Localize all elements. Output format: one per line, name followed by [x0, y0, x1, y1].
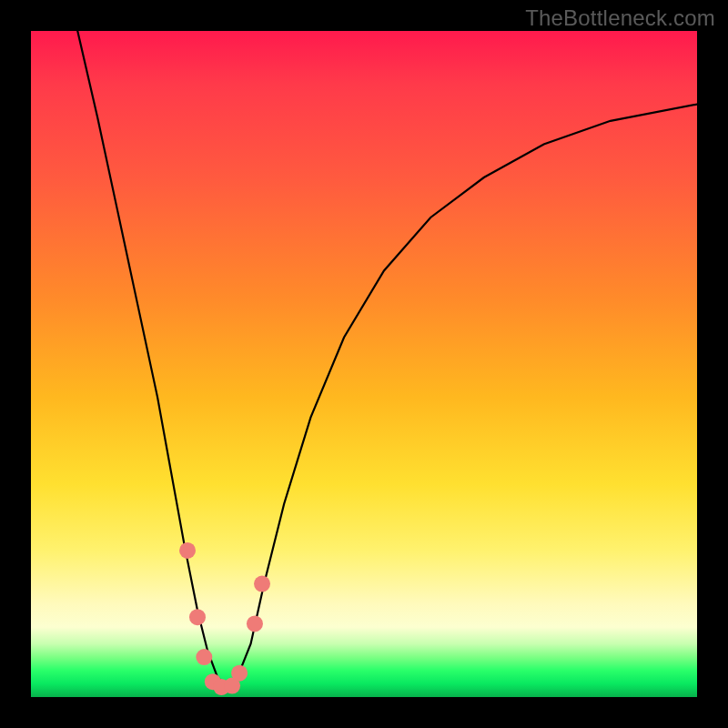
- bottleneck-curve: [77, 31, 697, 687]
- curve-marker: [247, 615, 263, 632]
- curve-marker: [189, 609, 206, 625]
- curve-marker: [254, 576, 270, 592]
- bottleneck-chart: [31, 31, 697, 697]
- curve-marker: [231, 665, 248, 682]
- watermark-text: TheBottleneck.com: [525, 5, 715, 31]
- curve-marker: [179, 542, 196, 559]
- plot-area: [31, 31, 697, 697]
- curve-marker: [196, 649, 212, 665]
- chart-frame: TheBottleneck.com: [0, 0, 728, 728]
- curve-markers: [179, 542, 270, 695]
